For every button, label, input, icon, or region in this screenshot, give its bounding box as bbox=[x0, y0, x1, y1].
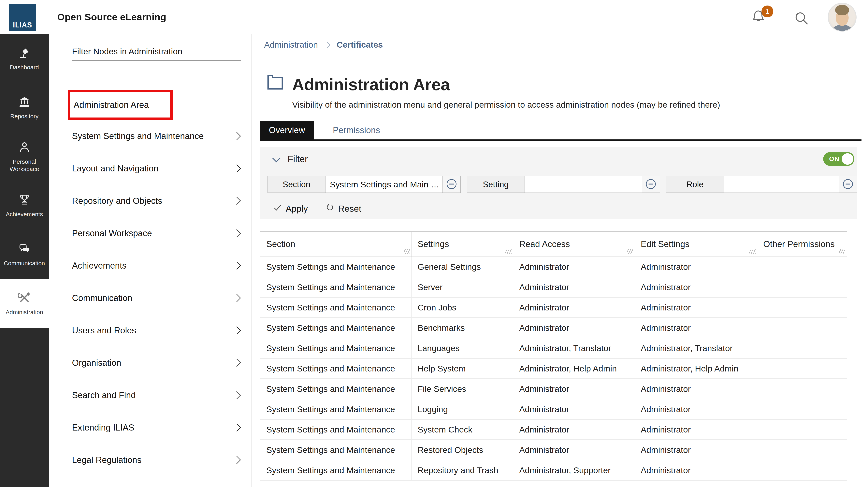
table-cell: Administrator bbox=[513, 318, 635, 338]
table-cell bbox=[757, 338, 847, 359]
breadcrumb-link-certificates[interactable]: Certificates bbox=[337, 40, 383, 50]
filter-setting-input[interactable] bbox=[525, 176, 642, 193]
table-cell: System Settings and Maintenance bbox=[260, 297, 412, 318]
chevron-down-icon[interactable] bbox=[272, 154, 281, 162]
table-row: System Settings and Maintenance System C… bbox=[260, 420, 847, 440]
tree-item[interactable]: Achievements bbox=[49, 250, 251, 282]
tree-item[interactable]: Organisation bbox=[49, 347, 251, 379]
filter-field-role-label: Role bbox=[666, 176, 724, 193]
table-cell: Administrator bbox=[635, 257, 757, 277]
bank-icon bbox=[18, 95, 31, 109]
ilias-admin-page: ILIAS Open Source eLearning 1 bbox=[0, 0, 868, 487]
column-resize-handle-icon[interactable] bbox=[627, 249, 633, 254]
column-header-other-permissions[interactable]: Other Permissions bbox=[757, 231, 847, 257]
notifications-button[interactable]: 1 bbox=[750, 9, 768, 27]
sidebar-item-achievements[interactable]: Achievements bbox=[0, 181, 49, 230]
table-body: System Settings and Maintenance General … bbox=[260, 257, 847, 481]
table-cell: Administrator, Help Admin bbox=[513, 359, 635, 379]
tab-overview[interactable]: Overview bbox=[260, 121, 314, 139]
ilias-logo[interactable]: ILIAS bbox=[9, 4, 36, 31]
sidebar-item-repository[interactable]: Repository bbox=[0, 83, 49, 132]
tree-item-label: Extending ILIAS bbox=[72, 423, 134, 432]
tree-item[interactable]: Personal Workspace bbox=[49, 217, 251, 250]
page-title: Administration Area bbox=[292, 75, 450, 94]
tree-item[interactable]: Users and Roles bbox=[49, 314, 251, 347]
permissions-table: Section Settings Read Access Edit Settin… bbox=[260, 231, 847, 481]
column-header-section[interactable]: Section bbox=[260, 231, 412, 257]
page-head: Administration Area Visibility of the ad… bbox=[252, 55, 868, 121]
annotation-highlight-box: Administration Area bbox=[68, 90, 173, 120]
table-cell bbox=[757, 359, 847, 379]
column-resize-handle-icon[interactable] bbox=[404, 249, 410, 254]
page-subtitle: Visibility of the administration menu an… bbox=[292, 100, 720, 110]
sidebar-item-administration[interactable]: Administration bbox=[0, 279, 49, 328]
breadcrumb-link-administration[interactable]: Administration bbox=[264, 40, 318, 50]
chevron-right-icon bbox=[233, 326, 241, 334]
trophy-icon bbox=[18, 193, 31, 207]
filter-nodes-label: Filter Nodes in Administration bbox=[72, 47, 182, 56]
column-header-edit-settings[interactable]: Edit Settings bbox=[635, 231, 757, 257]
table-cell: Help System bbox=[412, 359, 513, 379]
sidebar-item-label: Achievements bbox=[6, 210, 43, 218]
tree-item[interactable]: Repository and Objects bbox=[49, 185, 251, 217]
sidebar-item-dashboard[interactable]: Dashboard bbox=[0, 34, 49, 83]
table-cell: System Settings and Maintenance bbox=[260, 318, 412, 338]
apply-button[interactable]: Apply bbox=[273, 203, 308, 214]
column-header-read-access[interactable]: Read Access bbox=[513, 231, 635, 257]
desk-lamp-icon bbox=[18, 46, 31, 60]
tree-item-label: System Settings and Maintenance bbox=[72, 131, 204, 141]
sidebar-item-personal-workspace[interactable]: Personal Workspace bbox=[0, 132, 49, 181]
reset-button[interactable]: Reset bbox=[326, 203, 362, 214]
table-cell: Server bbox=[412, 277, 513, 297]
tree-item[interactable]: Legal Regulations bbox=[49, 444, 251, 476]
tree-item-label: Organisation bbox=[72, 358, 121, 368]
table-cell: System Settings and Maintenance bbox=[260, 359, 412, 379]
column-resize-handle-icon[interactable] bbox=[839, 249, 845, 254]
column-header-label: Read Access bbox=[519, 239, 570, 249]
table-row: System Settings and Maintenance Server A… bbox=[260, 277, 847, 297]
table-cell: Administrator bbox=[513, 379, 635, 399]
table-row: System Settings and Maintenance File Ser… bbox=[260, 379, 847, 399]
table-row: System Settings and Maintenance Reposito… bbox=[260, 460, 847, 481]
search-button[interactable] bbox=[793, 9, 810, 26]
tree-item[interactable]: Search and Find bbox=[49, 379, 251, 411]
person-icon bbox=[18, 141, 31, 154]
tree-item[interactable]: System Settings and Maintenance bbox=[49, 120, 251, 152]
sidebar-item-label: Dashboard bbox=[10, 64, 39, 71]
tree-item[interactable]: Layout and Navigation bbox=[49, 152, 251, 185]
tree-item[interactable]: Communication bbox=[49, 282, 251, 314]
filter-setting-remove-button[interactable] bbox=[642, 176, 660, 193]
table-cell: System Settings and Maintenance bbox=[260, 460, 412, 481]
table-cell bbox=[757, 379, 847, 399]
filter-field-section-label: Section bbox=[268, 176, 326, 193]
filter-section-input[interactable] bbox=[326, 176, 442, 193]
table-cell: System Settings and Maintenance bbox=[260, 338, 412, 359]
search-icon bbox=[793, 24, 810, 27]
table-cell: Benchmarks bbox=[412, 318, 513, 338]
chevron-right-icon bbox=[233, 359, 241, 367]
minus-circle-icon bbox=[645, 178, 657, 191]
tree-item-administration-area[interactable]: Administration Area bbox=[70, 100, 149, 110]
filter-role-remove-button[interactable] bbox=[839, 176, 857, 193]
column-resize-handle-icon[interactable] bbox=[505, 249, 512, 254]
table-cell bbox=[757, 420, 847, 440]
column-resize-handle-icon[interactable] bbox=[749, 249, 755, 254]
column-header-settings[interactable]: Settings bbox=[412, 231, 513, 257]
table-cell: Administrator bbox=[635, 318, 757, 338]
tree-item[interactable]: Extending ILIAS bbox=[49, 411, 251, 444]
filter-role-input[interactable] bbox=[724, 176, 839, 193]
table-cell bbox=[757, 440, 847, 460]
sidebar-item-communication[interactable]: Communication bbox=[0, 230, 49, 279]
filter-toggle[interactable]: ON bbox=[823, 152, 855, 166]
tab-permissions[interactable]: Permissions bbox=[324, 121, 389, 139]
tree-item-label: Achievements bbox=[72, 261, 126, 270]
user-avatar[interactable] bbox=[828, 3, 857, 32]
filter-section-remove-button[interactable] bbox=[442, 176, 460, 193]
filter-nodes-input[interactable] bbox=[72, 60, 241, 75]
table-row: System Settings and Maintenance Benchmar… bbox=[260, 318, 847, 338]
apply-label: Apply bbox=[286, 204, 308, 214]
table-cell: Administrator bbox=[635, 420, 757, 440]
filter-field-role: Role bbox=[666, 176, 857, 193]
breadcrumb-separator-icon bbox=[324, 41, 331, 48]
tab-underline bbox=[260, 139, 862, 141]
